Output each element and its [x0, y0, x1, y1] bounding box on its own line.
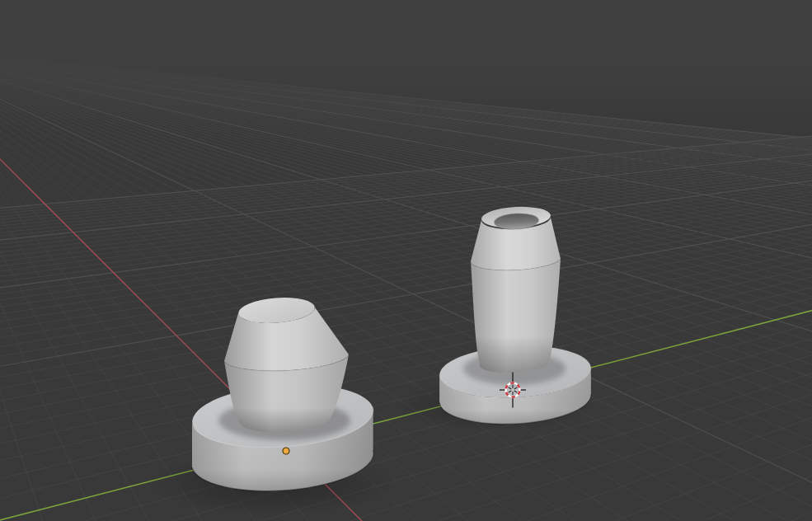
object-origin-icon: [283, 448, 289, 454]
viewport-3d[interactable]: [0, 0, 812, 521]
body-lower-shade: [471, 259, 561, 373]
scene-canvas: [0, 0, 812, 521]
sky-background: [0, 0, 812, 43]
horizon-fade: [0, 41, 812, 124]
